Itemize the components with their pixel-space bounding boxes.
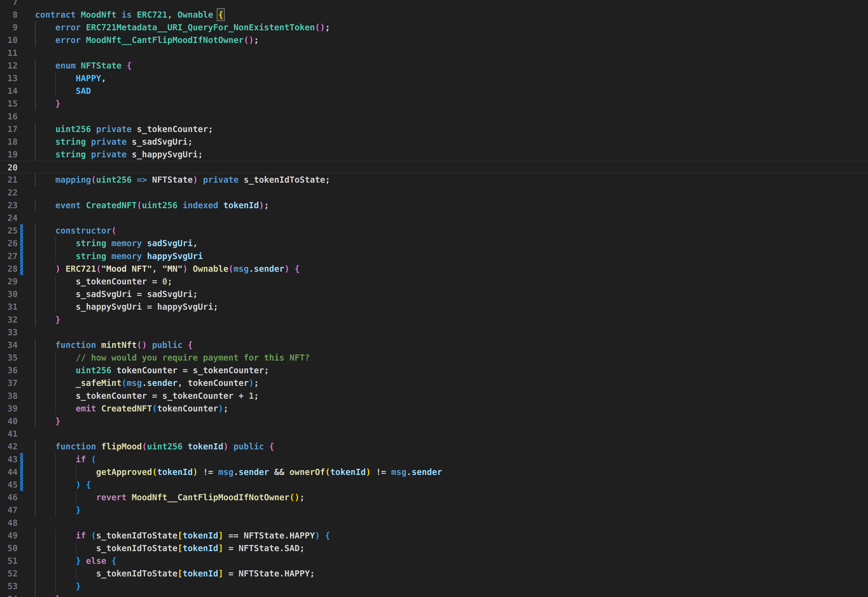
- line-number[interactable]: 10: [0, 34, 18, 46]
- line-number[interactable]: 36: [0, 364, 18, 377]
- code-line[interactable]: 19 string private s_happySvgUri;: [0, 148, 868, 161]
- code-line[interactable]: 45 ) {: [0, 478, 868, 491]
- line-number[interactable]: 8: [0, 8, 18, 21]
- code-line[interactable]: 7: [0, 0, 868, 8]
- line-number[interactable]: 29: [0, 275, 18, 288]
- code-line[interactable]: 46 revert MoodNft__CantFlipMoodIfNotOwne…: [0, 491, 868, 503]
- code-line[interactable]: 22: [0, 186, 868, 199]
- line-number[interactable]: 33: [0, 326, 18, 339]
- code-line[interactable]: 18 string private s_sadSvgUri;: [0, 135, 868, 148]
- code-line[interactable]: 33: [0, 326, 868, 339]
- line-number[interactable]: 7: [0, 0, 18, 8]
- code-line[interactable]: 13 HAPPY,: [0, 72, 868, 85]
- line-number[interactable]: 39: [0, 402, 18, 415]
- line-number[interactable]: 51: [0, 554, 18, 567]
- code-line[interactable]: 25 constructor(: [0, 224, 868, 237]
- line-number[interactable]: 9: [0, 21, 18, 34]
- line-number[interactable]: 34: [0, 339, 18, 351]
- line-number[interactable]: 19: [0, 148, 18, 161]
- code-line[interactable]: 9 error ERC721Metadata__URI_QueryFor_Non…: [0, 21, 868, 34]
- code-line[interactable]: 39 emit CreatedNFT(tokenCounter);: [0, 402, 868, 415]
- code-line[interactable]: 32 }: [0, 313, 868, 326]
- line-number[interactable]: 27: [0, 250, 18, 263]
- line-number[interactable]: 21: [0, 174, 18, 186]
- code-line[interactable]: 27 string memory happySvgUri: [0, 250, 868, 263]
- code-line[interactable]: 21 mapping(uint256 => NFTState) private …: [0, 174, 868, 186]
- code-line[interactable]: 48: [0, 517, 868, 529]
- line-number[interactable]: 37: [0, 377, 18, 389]
- line-number[interactable]: 11: [0, 46, 18, 59]
- code-line[interactable]: 40 }: [0, 415, 868, 428]
- code-line[interactable]: 54 }: [0, 593, 868, 597]
- line-number[interactable]: 17: [0, 123, 18, 135]
- modified-lines-gutter-indicator[interactable]: [20, 263, 23, 275]
- line-number[interactable]: 49: [0, 529, 18, 542]
- line-number[interactable]: 14: [0, 85, 18, 97]
- code-line[interactable]: 29 s_tokenCounter = 0;: [0, 275, 868, 288]
- code-line[interactable]: 14 SAD: [0, 85, 868, 97]
- code-line[interactable]: 35 // how would you require payment for …: [0, 351, 868, 364]
- line-number[interactable]: 44: [0, 466, 18, 478]
- modified-lines-gutter-indicator[interactable]: [20, 250, 23, 263]
- code-line[interactable]: 51 } else {: [0, 554, 868, 567]
- code-line[interactable]: 42 function flipMood(uint256 tokenId) pu…: [0, 440, 868, 453]
- line-number[interactable]: 30: [0, 288, 18, 300]
- line-number[interactable]: 35: [0, 351, 18, 364]
- line-number[interactable]: 46: [0, 491, 18, 503]
- code-line[interactable]: 23 event CreatedNFT(uint256 indexed toke…: [0, 199, 868, 212]
- code-line[interactable]: 30 s_sadSvgUri = sadSvgUri;: [0, 288, 868, 300]
- line-number[interactable]: 48: [0, 517, 18, 529]
- line-number[interactable]: 31: [0, 300, 18, 313]
- line-number[interactable]: 32: [0, 313, 18, 326]
- code-line[interactable]: 36 uint256 tokenCounter = s_tokenCounter…: [0, 364, 868, 377]
- code-line[interactable]: 16: [0, 110, 868, 123]
- line-number[interactable]: 16: [0, 110, 18, 123]
- code-line[interactable]: 53 }: [0, 580, 868, 593]
- modified-lines-gutter-indicator[interactable]: [20, 478, 23, 491]
- code-line[interactable]: 43 if (: [0, 453, 868, 466]
- code-line[interactable]: 17 uint256 private s_tokenCounter;: [0, 123, 868, 135]
- modified-lines-gutter-indicator[interactable]: [20, 466, 23, 478]
- line-number[interactable]: 13: [0, 72, 18, 85]
- line-number[interactable]: 52: [0, 567, 18, 580]
- code-line[interactable]: 44 getApproved(tokenId) != msg.sender &&…: [0, 466, 868, 478]
- modified-lines-gutter-indicator[interactable]: [20, 453, 23, 466]
- line-number[interactable]: 42: [0, 440, 18, 453]
- line-number[interactable]: 26: [0, 237, 18, 249]
- line-number[interactable]: 50: [0, 542, 18, 554]
- line-number[interactable]: 25: [0, 224, 18, 237]
- code-editor[interactable]: 78contract MoodNft is ERC721, Ownable {9…: [0, 0, 868, 597]
- line-number[interactable]: 47: [0, 503, 18, 516]
- code-line[interactable]: 26 string memory sadSvgUri,: [0, 237, 868, 249]
- line-number[interactable]: 24: [0, 212, 18, 224]
- code-line[interactable]: 28 ) ERC721("Mood NFT", "MN") Ownable(ms…: [0, 263, 868, 275]
- line-number[interactable]: 12: [0, 59, 18, 72]
- code-line[interactable]: 34 function mintNft() public {: [0, 339, 868, 351]
- line-number[interactable]: 20: [0, 161, 18, 173]
- code-line[interactable]: 10 error MoodNft__CantFlipMoodIfNotOwner…: [0, 34, 868, 46]
- line-number[interactable]: 54: [0, 593, 18, 597]
- code-line[interactable]: 24: [0, 212, 868, 224]
- line-number[interactable]: 23: [0, 199, 18, 212]
- code-line[interactable]: 38 s_tokenCounter = s_tokenCounter + 1;: [0, 389, 868, 402]
- code-line[interactable]: 41: [0, 428, 868, 440]
- code-line[interactable]: 47 }: [0, 503, 868, 516]
- line-number[interactable]: 41: [0, 428, 18, 440]
- line-number[interactable]: 28: [0, 263, 18, 275]
- modified-lines-gutter-indicator[interactable]: [20, 237, 23, 249]
- code-line[interactable]: 15 }: [0, 97, 868, 110]
- line-number[interactable]: 43: [0, 453, 18, 466]
- code-line[interactable]: 20: [0, 161, 868, 174]
- code-line[interactable]: 31 s_happySvgUri = happySvgUri;: [0, 300, 868, 313]
- line-number[interactable]: 18: [0, 135, 18, 148]
- line-number[interactable]: 22: [0, 186, 18, 199]
- code-line[interactable]: 52 s_tokenIdToState[tokenId] = NFTState.…: [0, 567, 868, 580]
- code-line[interactable]: 37 _safeMint(msg.sender, tokenCounter);: [0, 377, 868, 389]
- line-number[interactable]: 15: [0, 97, 18, 110]
- line-number[interactable]: 38: [0, 389, 18, 402]
- code-line[interactable]: 50 s_tokenIdToState[tokenId] = NFTState.…: [0, 542, 868, 554]
- code-line[interactable]: 49 if (s_tokenIdToState[tokenId] == NFTS…: [0, 529, 868, 542]
- code-line[interactable]: 8contract MoodNft is ERC721, Ownable {: [0, 8, 868, 21]
- code-line[interactable]: 12 enum NFTState {: [0, 59, 868, 72]
- code-line[interactable]: 11: [0, 46, 868, 59]
